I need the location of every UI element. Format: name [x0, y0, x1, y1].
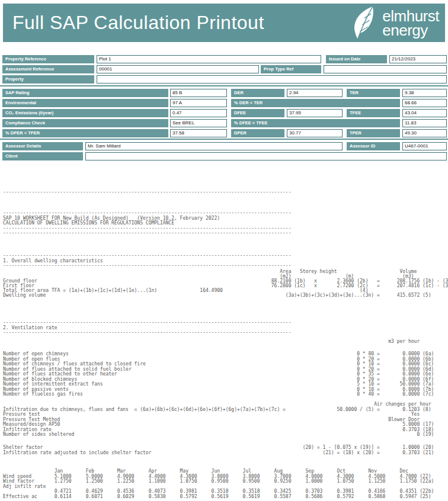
worksheet-line: m3 per hour	[3, 339, 420, 345]
worksheet-line: ----------------------------------------…	[3, 190, 291, 195]
worksheet-line: ----------------------------------------…	[3, 264, 291, 269]
worksheet-block: Number of open chimneys 0 * 80 = 0.0000 …	[3, 352, 434, 397]
worksheet-line: Number of flueless gas fires 0 * 40 = 0.…	[3, 392, 434, 397]
sap-printout-page: Full SAP Calculation Printout elmhurst e…	[0, 0, 448, 501]
worksheet: ----------------------------------------…	[0, 0, 448, 501]
worksheet-line: Number of sides sheltered 0 (19)	[3, 432, 434, 438]
worksheet-block: Jan Feb Mar Apr May Jun Jul Aug Sep Oct …	[3, 469, 434, 499]
worksheet-line: Infiltration rate adjusted to include sh…	[3, 451, 434, 456]
worksheet-line: Wind factor 1.2750 1.2500 1.2250 1.1000 …	[3, 479, 434, 484]
worksheet-block: ----------------------------------------…	[3, 211, 291, 236]
worksheet-block: ----------------------------------------…	[3, 320, 291, 336]
worksheet-line: Effective ac 0.6114 0.6071 0.6029 0.5830…	[3, 494, 434, 500]
worksheet-block: ----------------------------------------…	[3, 190, 291, 195]
worksheet-block: Air changes per hourInfiltration due to …	[3, 402, 434, 438]
worksheet-block: Area Storey height Volume (m2) (m) (m3)G…	[3, 269, 448, 298]
worksheet-line: Dwelling volume (3a)+(3b)+(3c)+(3d)+(3e)…	[3, 293, 448, 298]
worksheet-line: ----------------------------------------…	[3, 330, 291, 336]
worksheet-block: Shelter factor (20) = 1 - [0.075 x (19)]…	[3, 445, 434, 455]
worksheet-line: ----------------------------------------…	[3, 231, 291, 236]
worksheet-block: m3 per hour	[3, 339, 420, 345]
worksheet-block: ----------------------------------------…	[3, 253, 291, 269]
